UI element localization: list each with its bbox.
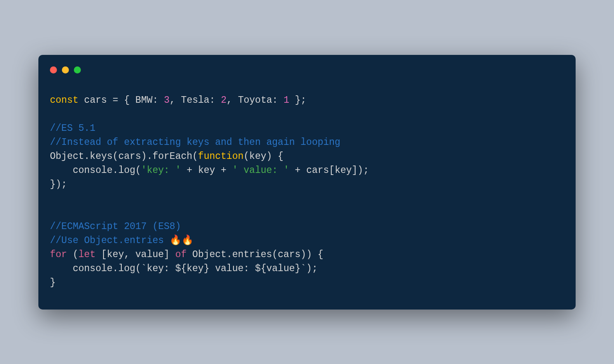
- number-literal: 3: [164, 95, 170, 106]
- keyword-let: let: [78, 249, 95, 260]
- code-line-6: console.log('key: ' + key + ' value: ' +…: [50, 165, 369, 176]
- maximize-icon[interactable]: [74, 66, 81, 73]
- code-line-11: //Use Object.entries 🔥🔥: [50, 235, 194, 246]
- code-line-12: for (let [key, value] of Object.entries(…: [50, 249, 324, 260]
- code-line-1: const cars = { BMW: 3, Tesla: 2, Toyota:…: [50, 95, 306, 106]
- keyword-of: of: [175, 249, 187, 260]
- number-literal: 2: [221, 95, 227, 106]
- code-block: const cars = { BMW: 3, Tesla: 2, Toyota:…: [50, 93, 564, 290]
- minimize-icon[interactable]: [62, 66, 69, 73]
- close-icon[interactable]: [50, 66, 57, 73]
- code-line-7: });: [50, 179, 67, 190]
- comment: //ES 5.1: [50, 123, 95, 134]
- comment: //Use Object.entries: [50, 235, 170, 246]
- keyword-const: const: [50, 95, 78, 106]
- string-literal: ' value: ': [232, 165, 289, 176]
- comment: //Instead of extracting keys and then ag…: [50, 137, 340, 148]
- keyword-function: function: [198, 151, 243, 162]
- comment: //ECMAScript 2017 (ES8): [50, 221, 181, 232]
- titlebar: [50, 66, 564, 73]
- code-line-14: }: [50, 277, 56, 288]
- number-literal: 1: [283, 95, 289, 106]
- code-line-13: console.log(`key: ${key} value: ${value}…: [50, 263, 318, 274]
- fire-icon: 🔥🔥: [170, 235, 194, 246]
- code-line-5: Object.keys(cars).forEach(function(key) …: [50, 151, 283, 162]
- string-literal: 'key: ': [141, 165, 181, 176]
- code-window: const cars = { BMW: 3, Tesla: 2, Toyota:…: [38, 55, 576, 310]
- keyword-for: for: [50, 249, 67, 260]
